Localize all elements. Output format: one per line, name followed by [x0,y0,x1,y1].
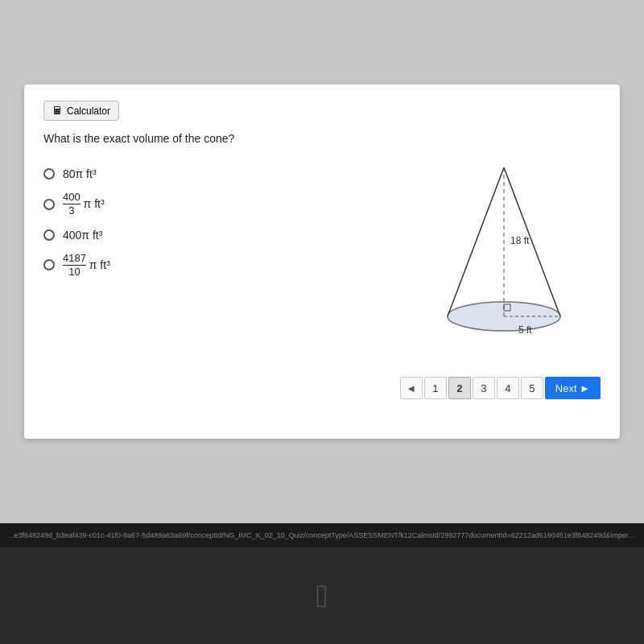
calculator-icon: 🖩 [52,105,63,117]
fraction-d: 4187 10 [63,253,86,279]
page-2-button[interactable]: 2 [448,377,471,399]
options-area: 80π ft³ 400 3 π ft³ 400π [43,159,407,278]
apple-logo-icon:  [316,578,328,614]
next-button[interactable]: Next ► [545,377,601,399]
page-1-button[interactable]: 1 [424,377,447,399]
mac-taskbar:  [0,547,644,644]
calculator-label: Calculator [67,105,110,117]
option-d[interactable]: 4187 10 π ft³ [43,253,407,279]
pagination-row: ◄ 1 2 3 4 5 Next ► [43,377,601,399]
question-text: What is the exact volume of the cone? [43,132,601,145]
svg-text:18 ft: 18 ft [510,235,530,246]
cone-svg: 18 ft 5 ft [415,159,592,353]
option-d-label: 4187 10 π ft³ [63,253,110,279]
prev-page-button[interactable]: ◄ [400,377,423,399]
content-area: 80π ft³ 400 3 π ft³ 400π [43,159,601,353]
page-4-button[interactable]: 4 [497,377,519,399]
radio-b[interactable] [43,199,55,210]
url-bar-area: ...e3f648249d_b3eaf439-c01c-41f0-8a67-5d… [0,523,644,547]
option-b-label: 400 3 π ft³ [63,192,105,217]
option-c[interactable]: 400π ft³ [43,229,407,242]
option-a[interactable]: 80π ft³ [43,167,407,180]
calculator-button[interactable]: 🖩 Calculator [43,101,119,121]
radio-d[interactable] [43,259,55,270]
page-5-button[interactable]: 5 [521,377,543,399]
svg-text:5 ft: 5 ft [518,324,532,336]
option-c-label: 400π ft³ [63,229,102,242]
option-a-label: 80π ft³ [63,167,97,180]
option-b[interactable]: 400 3 π ft³ [43,192,407,217]
quiz-card: 🖩 Calculator What is the exact volume of… [24,85,620,439]
svg-line-0 [448,167,504,316]
radio-c[interactable] [43,229,55,241]
radio-a[interactable] [43,168,55,180]
fraction-b: 400 3 [63,192,80,217]
page-3-button[interactable]: 3 [473,377,495,399]
url-text: ...e3f648249d_b3eaf439-c01c-41f0-8a67-5d… [8,531,636,539]
cone-diagram: 18 ft 5 ft [407,159,601,353]
